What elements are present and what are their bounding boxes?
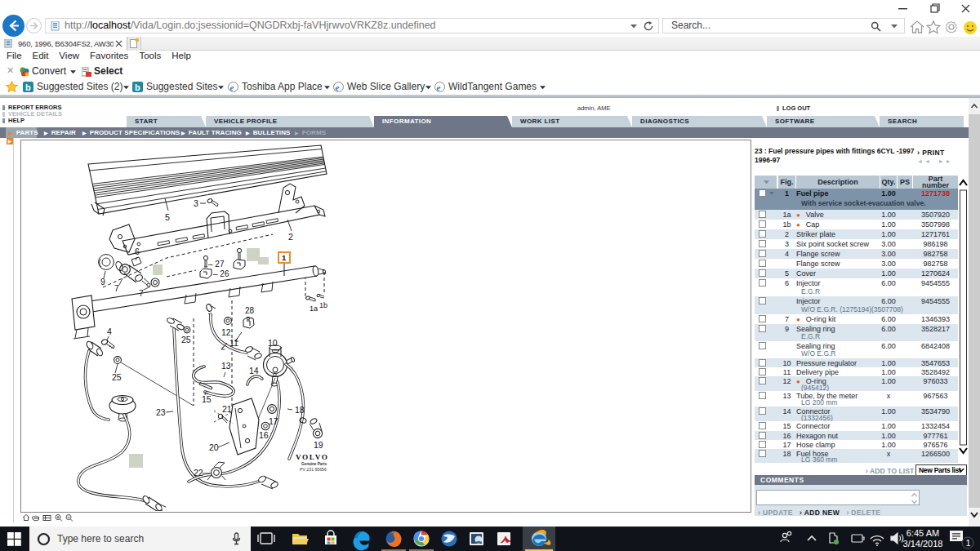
- svg-text:3: 3: [194, 198, 198, 208]
- svg-text:15: 15: [202, 394, 212, 404]
- svg-text:18: 18: [295, 405, 305, 415]
- svg-text:17: 17: [269, 416, 278, 426]
- svg-text:7: 7: [139, 288, 144, 298]
- svg-text:e: e: [437, 82, 441, 92]
- svg-text:1b: 1b: [319, 301, 327, 309]
- svg-text:12: 12: [221, 327, 231, 337]
- svg-text:23: 23: [156, 407, 166, 417]
- svg-text:25: 25: [112, 372, 122, 382]
- svg-text:6: 6: [135, 247, 140, 256]
- svg-text:25: 25: [181, 335, 191, 344]
- svg-text:PV 231 65656: PV 231 65656: [300, 467, 327, 472]
- svg-text:13: 13: [221, 361, 231, 371]
- svg-text:e: e: [336, 82, 340, 92]
- svg-text:1: 1: [282, 253, 287, 262]
- svg-text:19: 19: [314, 440, 323, 450]
- svg-text:22: 22: [194, 468, 203, 478]
- svg-text:VOLVO: VOLVO: [296, 453, 328, 461]
- svg-text:16: 16: [259, 430, 269, 440]
- svg-text:Genuine Parts: Genuine Parts: [301, 462, 327, 466]
- svg-text:14: 14: [249, 366, 259, 375]
- svg-text:b: b: [135, 82, 140, 92]
- svg-text:20: 20: [209, 442, 219, 452]
- svg-text:1a: 1a: [310, 304, 318, 313]
- svg-text:e: e: [230, 82, 234, 92]
- svg-text:7: 7: [114, 283, 119, 293]
- svg-text:4: 4: [107, 327, 112, 336]
- svg-text:11: 11: [229, 338, 238, 348]
- svg-text:28: 28: [245, 306, 255, 315]
- svg-text:– 27: – 27: [208, 260, 225, 269]
- svg-text:2: 2: [288, 232, 293, 242]
- svg-text:10: 10: [268, 338, 278, 348]
- svg-text:b: b: [25, 82, 31, 92]
- svg-text:1: 1: [966, 538, 971, 548]
- svg-text:9: 9: [100, 277, 105, 287]
- svg-text:5: 5: [165, 212, 170, 222]
- svg-text:– 26: – 26: [213, 269, 229, 278]
